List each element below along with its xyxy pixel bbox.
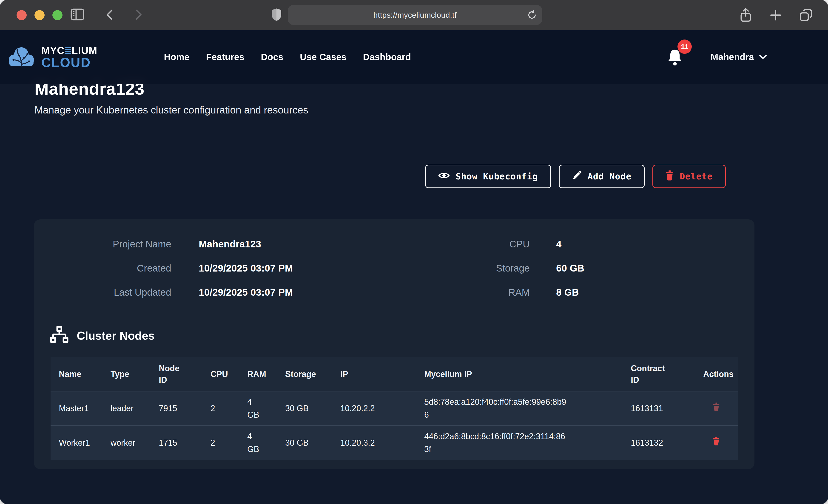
info-row-project-name: Project Name Mahendra123 — [83, 232, 293, 256]
add-node-label: Add Node — [588, 171, 631, 181]
trash-icon — [713, 409, 720, 412]
delete-cluster-button[interactable]: Delete — [653, 165, 726, 188]
cluster-nodes-header: Cluster Nodes — [50, 326, 155, 346]
cell-storage: 30 GB — [277, 391, 332, 426]
notifications-button[interactable]: 11 — [666, 47, 684, 67]
last-updated-value: 10/29/2025 03:07 PM — [199, 287, 293, 298]
mycelium-cloud-logo-icon — [8, 46, 35, 69]
info-row-ram: RAM 8 GB — [459, 280, 584, 304]
cluster-nodes-title: Cluster Nodes — [77, 329, 155, 342]
sidebar-icon — [70, 18, 85, 22]
col-contract-id: Contract ID — [623, 357, 695, 391]
col-mycelium-ip: Mycelium IP — [416, 357, 623, 391]
cluster-info-left: Project Name Mahendra123 Created 10/29/2… — [83, 232, 293, 304]
cell-name: Master1 — [50, 391, 102, 426]
browser-window: https://myceliumcloud.tf — [0, 0, 828, 504]
pencil-icon — [572, 171, 582, 182]
cell-storage: 30 GB — [277, 426, 332, 460]
share-button[interactable] — [739, 8, 752, 23]
traffic-lights — [16, 10, 63, 20]
cell-contract-id: 1613131 — [623, 391, 695, 426]
nav-link-use-cases[interactable]: Use Cases — [300, 52, 346, 62]
cell-cpu: 2 — [202, 391, 239, 426]
table-row-master1: Master1 leader 7915 2 4 GB 30 GB 10.20.2… — [50, 391, 738, 426]
brand-logo[interactable]: MYCLIUM CLOUD — [8, 45, 97, 69]
nav-links: Home Features Docs Use Cases Dashboard — [164, 52, 411, 62]
cell-node-id: 7915 — [151, 391, 202, 426]
col-ip: IP — [332, 357, 416, 391]
user-name: Mahendra — [711, 52, 754, 62]
delete-node-button[interactable] — [713, 403, 720, 412]
show-kubeconfig-label: Show Kubeconfig — [456, 171, 538, 181]
cell-ip: 10.20.2.2 — [332, 391, 416, 426]
reload-icon — [527, 17, 537, 21]
ram-value: 8 GB — [556, 287, 579, 298]
navbar-right: 11 Mahendra — [666, 47, 767, 67]
page-subtitle: Manage your Kubernetes cluster configura… — [35, 104, 308, 116]
nav-link-docs[interactable]: Docs — [261, 52, 283, 62]
cluster-detail-card: Project Name Mahendra123 Created 10/29/2… — [34, 219, 754, 469]
nav-link-features[interactable]: Features — [206, 52, 244, 62]
col-ram: RAM — [239, 357, 277, 391]
new-tab-button[interactable] — [769, 9, 782, 22]
project-name-value: Mahendra123 — [199, 239, 261, 250]
info-row-cpu: CPU 4 — [459, 232, 584, 256]
cell-cpu: 2 — [202, 426, 239, 460]
back-button[interactable] — [104, 8, 116, 22]
page-content: Mahendra123 Manage your Kubernetes clust… — [0, 30, 828, 504]
storage-value: 60 GB — [556, 263, 584, 274]
delete-node-button[interactable] — [713, 437, 720, 446]
network-nodes-icon — [50, 326, 69, 346]
cell-ram: 4 GB — [239, 426, 277, 460]
minimize-window-button[interactable] — [35, 10, 45, 20]
share-icon — [739, 20, 752, 23]
table-row-worker1: Worker1 worker 1715 2 4 GB 30 GB 10.20.3… — [50, 426, 738, 460]
info-row-last-updated: Last Updated 10/29/2025 03:07 PM — [83, 280, 293, 304]
address-bar[interactable]: https://myceliumcloud.tf — [288, 5, 542, 25]
cell-node-id: 1715 — [151, 426, 202, 460]
info-row-storage: Storage 60 GB — [459, 256, 584, 280]
chrome-right-buttons — [739, 8, 813, 23]
plus-icon — [769, 19, 782, 22]
cell-type: worker — [102, 426, 151, 460]
brand-word-mycelium: MYCLIUM — [41, 45, 97, 56]
cell-name: Worker1 — [50, 426, 102, 460]
privacy-shield-icon[interactable] — [271, 8, 282, 23]
trash-icon — [713, 443, 720, 446]
add-node-button[interactable]: Add Node — [559, 165, 645, 188]
cell-contract-id: 1613132 — [623, 426, 695, 460]
chevron-down-icon — [758, 53, 767, 60]
tabs-icon — [799, 19, 813, 23]
brand-word-cloud: CLOUD — [41, 56, 97, 69]
nav-link-home[interactable]: Home — [164, 52, 190, 62]
zoom-window-button[interactable] — [52, 10, 63, 20]
tab-overview-button[interactable] — [799, 8, 813, 23]
cpu-value: 4 — [556, 239, 562, 250]
chevron-left-icon — [104, 18, 116, 22]
cell-actions — [695, 391, 738, 426]
stylized-e-glyph — [65, 47, 71, 54]
bell-icon — [666, 64, 684, 67]
col-name: Name — [50, 357, 102, 391]
cluster-action-toolbar: Show Kubeconfig Add Node — [425, 165, 726, 188]
sidebar-toggle-button[interactable] — [70, 8, 85, 22]
show-kubeconfig-button[interactable]: Show Kubeconfig — [425, 165, 551, 188]
cpu-label: CPU — [459, 239, 530, 250]
trash-icon — [666, 170, 674, 183]
col-node-id: Node ID — [151, 357, 202, 391]
col-cpu: CPU — [202, 357, 239, 391]
nav-link-dashboard[interactable]: Dashboard — [363, 52, 411, 62]
delete-label: Delete — [680, 171, 713, 181]
notification-count-badge: 11 — [677, 40, 692, 54]
cell-ip: 10.20.3.2 — [332, 426, 416, 460]
ram-label: RAM — [459, 287, 530, 298]
cell-mycelium-ip: 5d8:78ea:a120:f40c:ff0f:a5fe:99e6:8b96 — [416, 391, 623, 426]
forward-button[interactable] — [132, 8, 144, 22]
cluster-info-right: CPU 4 Storage 60 GB RAM 8 GB — [459, 232, 584, 304]
created-label: Created — [83, 263, 171, 274]
user-menu[interactable]: Mahendra — [711, 52, 767, 62]
close-window-button[interactable] — [16, 10, 27, 20]
brand-wordmark: MYCLIUM CLOUD — [41, 45, 97, 69]
info-row-created: Created 10/29/2025 03:07 PM — [83, 256, 293, 280]
reload-button[interactable] — [527, 10, 537, 21]
